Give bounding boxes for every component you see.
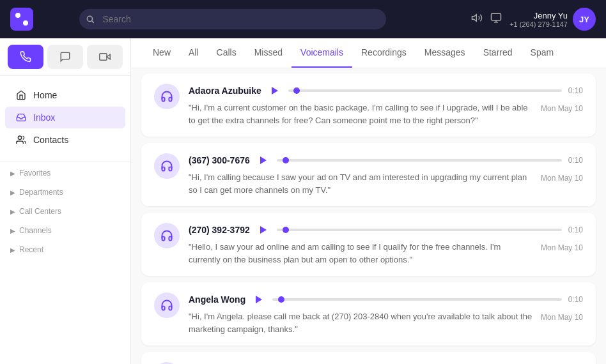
vm-header: (367) 300-7676 0:10 (189, 153, 583, 167)
avatar: JY (573, 8, 596, 31)
vm-play-button[interactable] (268, 84, 282, 98)
vm-header: Angela Wong 0:10 (189, 292, 583, 307)
sidebar-item-contacts[interactable]: Contacts (5, 129, 125, 151)
sidebar-nav: Home Inbox Contacts (0, 76, 130, 159)
home-icon (15, 89, 27, 101)
vm-waveform[interactable] (277, 159, 562, 162)
vm-bottom: "Hi, I'm Angela. please call me back at … (189, 310, 583, 335)
tab-messages[interactable]: Messages (416, 38, 474, 68)
sidebar-tab-video[interactable] (87, 45, 123, 69)
recent-label: Recent (19, 245, 43, 254)
svg-line-1 (92, 21, 94, 23)
svg-point-8 (18, 136, 21, 139)
tab-calls[interactable]: Calls (208, 38, 245, 68)
search-input[interactable] (79, 9, 386, 29)
vm-progress-dot (278, 296, 284, 303)
sidebar-tab-chat[interactable] (47, 45, 83, 69)
notification-icon[interactable] (471, 12, 483, 26)
vm-avatar (154, 84, 180, 109)
vm-date: Mon May 10 (541, 174, 583, 183)
contacts-icon (15, 134, 27, 146)
vm-body: Adaora Azubuike 0:10 "Hi, I'm a current … (189, 84, 583, 126)
settings-icon[interactable] (490, 12, 502, 26)
svg-rect-7 (100, 54, 107, 61)
search-icon (86, 15, 95, 24)
svg-marker-6 (107, 54, 110, 59)
channels-label: Channels (19, 226, 52, 235)
voicemail-item: Adaora Azubuike 0:10 "Hi, I'm a current … (141, 73, 596, 137)
vm-play-button[interactable] (252, 292, 266, 307)
tab-recordings[interactable]: Recordings (352, 38, 416, 68)
vm-caller-name: (270) 392-3792 (189, 225, 250, 235)
voicemail-item: (367) 300-7676 0:10 "Hi, I'm calling bec… (141, 143, 596, 206)
vm-bottom: "Hello, I saw your ad online and am call… (189, 241, 583, 266)
sidebar-tabs (0, 38, 130, 76)
sidebar-section-favorites[interactable]: ▶ Favorites (0, 165, 130, 181)
vm-caller-name: (367) 300-7676 (189, 155, 250, 165)
sidebar-section-departments[interactable]: ▶ Departments (0, 184, 130, 201)
tab-spam[interactable]: Spam (522, 38, 563, 68)
chevron-icon: ▶ (10, 246, 15, 254)
sidebar-item-home[interactable]: Home (5, 84, 125, 106)
voicemail-item: (270) 100-3820 0:10 "Hi I want to cancel… (141, 352, 596, 364)
svg-point-0 (88, 16, 93, 21)
departments-label: Departments (19, 188, 63, 197)
vm-caller-name: Adaora Azubuike (189, 86, 261, 96)
vm-body: (270) 392-3792 0:10 "Hello, I saw your a… (189, 223, 583, 266)
sidebar-section-recent[interactable]: ▶ Recent (0, 241, 130, 258)
user-info: Jenny Yu +1 (264) 279-1147 JY (509, 8, 596, 31)
vm-play-button[interactable] (256, 153, 270, 167)
sidebar-item-contacts-label: Contacts (33, 135, 68, 145)
vm-avatar (154, 153, 180, 179)
vm-bottom: "Hi, I'm calling because I saw your ad o… (189, 171, 583, 196)
vm-duration: 0:10 (568, 225, 583, 234)
user-name: Jenny Yu (509, 11, 568, 20)
chevron-icon: ▶ (10, 208, 15, 215)
chevron-icon: ▶ (10, 170, 15, 177)
tab-all[interactable]: All (180, 38, 208, 68)
sidebar-section-channels[interactable]: ▶ Channels (0, 222, 130, 239)
svg-marker-12 (256, 296, 262, 303)
topbar: Jenny Yu +1 (264) 279-1147 JY (0, 0, 606, 38)
user-phone: +1 (264) 279-1147 (509, 20, 568, 28)
sidebar-item-inbox-label: Inbox (33, 112, 55, 123)
chevron-icon: ▶ (10, 227, 15, 234)
vm-transcript: "Hi, I'm calling because I saw your ad o… (189, 171, 534, 196)
inbox-icon (15, 112, 27, 123)
vm-duration: 0:10 (568, 295, 583, 304)
vm-date: Mon May 10 (541, 243, 583, 252)
vm-progress-dot (293, 87, 300, 94)
svg-marker-9 (272, 87, 278, 95)
chevron-icon: ▶ (10, 189, 15, 196)
sidebar-item-home-label: Home (33, 90, 57, 100)
app-logo (10, 8, 33, 31)
tab-new[interactable]: New (144, 38, 180, 68)
vm-progress-dot (283, 227, 289, 233)
sidebar-section-callcenters[interactable]: ▶ Call Centers (0, 203, 130, 220)
vm-waveform[interactable] (277, 229, 562, 231)
vm-header: (270) 392-3792 0:10 (189, 223, 583, 237)
sidebar-tab-phone[interactable] (8, 45, 43, 69)
vm-date: Mon May 10 (541, 104, 583, 113)
vm-waveform[interactable] (288, 89, 562, 92)
vm-duration: 0:10 (568, 86, 583, 95)
vm-transcript: "Hello, I saw your ad online and am call… (189, 241, 534, 266)
vm-play-button[interactable] (256, 223, 270, 237)
svg-marker-2 (472, 15, 477, 22)
tab-voicemails[interactable]: Voicemails (291, 38, 352, 68)
sidebar-item-inbox[interactable]: Inbox (5, 107, 125, 128)
vm-header: Adaora Azubuike 0:10 (189, 84, 583, 98)
svg-marker-11 (260, 226, 267, 234)
vm-waveform[interactable] (272, 298, 561, 301)
vm-avatar (154, 223, 180, 248)
vm-transcript: "Hi, I'm a current customer on the basic… (189, 102, 534, 126)
topbar-right: Jenny Yu +1 (264) 279-1147 JY (471, 8, 596, 31)
vm-duration: 0:10 (568, 156, 583, 165)
tab-missed[interactable]: Missed (245, 38, 291, 68)
voicemail-list: Adaora Azubuike 0:10 "Hi, I'm a current … (131, 68, 606, 364)
vm-transcript: "Hi, I'm Angela. please call me back at … (189, 310, 534, 335)
search-bar (79, 9, 386, 29)
tab-starred[interactable]: Starred (474, 38, 522, 68)
callcenters-label: Call Centers (19, 207, 61, 216)
vm-progress-dot (283, 157, 289, 163)
